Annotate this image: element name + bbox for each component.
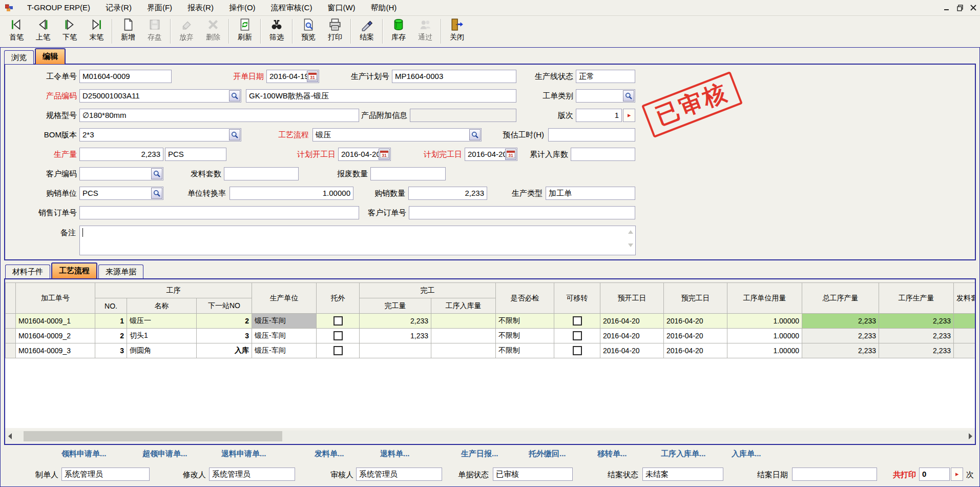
- scrollbar-thumb[interactable]: [24, 431, 282, 441]
- spec-field[interactable]: ∅180*80mm: [79, 109, 359, 122]
- cell-outsourced[interactable]: [317, 329, 360, 343]
- revision-arrow-icon[interactable]: [623, 109, 635, 122]
- cell-issue-sets[interactable]: [954, 329, 975, 343]
- total-in-field[interactable]: [571, 148, 635, 161]
- product-code-field[interactable]: D250001003A11: [79, 89, 241, 103]
- tab-edit[interactable]: 编辑: [35, 48, 66, 64]
- cell-plan-finish[interactable]: 2016-04-20: [664, 343, 727, 358]
- qty-field[interactable]: 2,233: [79, 148, 163, 161]
- link-issue-doc[interactable]: 发料单...: [315, 449, 344, 459]
- sales-unit-field[interactable]: PCS: [79, 187, 163, 200]
- cell-process-output[interactable]: 2,233: [879, 329, 954, 343]
- order-type-field[interactable]: [576, 89, 635, 103]
- customer-code-field[interactable]: [79, 167, 163, 180]
- tab-process-flow[interactable]: 工艺流程: [51, 262, 97, 278]
- cell-outsourced[interactable]: [317, 314, 360, 329]
- cell-must-inspect[interactable]: 不限制: [496, 329, 554, 343]
- last-record-button[interactable]: 末笔: [83, 17, 110, 46]
- menu-item-window[interactable]: 窗口(W): [320, 0, 363, 15]
- cell-issue-sets[interactable]: [954, 343, 975, 358]
- product-extra-field[interactable]: [410, 109, 516, 122]
- cell-unit-usage[interactable]: 1.00000: [727, 343, 802, 358]
- cell-total-output[interactable]: 2,233: [802, 314, 879, 329]
- inventory-button[interactable]: 库存: [385, 17, 412, 46]
- cell-prod-unit[interactable]: 锻压-车间: [252, 343, 317, 358]
- cell-no[interactable]: 1: [95, 314, 127, 329]
- issue-sets-field[interactable]: [224, 167, 299, 180]
- cell-prod-unit[interactable]: 锻压-车间: [252, 314, 317, 329]
- conv-rate-field[interactable]: 1.00000: [230, 187, 353, 200]
- lookup-icon[interactable]: [229, 129, 240, 140]
- menu-item-report[interactable]: 报表(R): [180, 0, 221, 15]
- prod-type-field[interactable]: 加工单: [546, 187, 635, 200]
- cell-plan-start[interactable]: 2016-04-20: [600, 329, 664, 343]
- checkbox-icon[interactable]: [333, 346, 343, 355]
- cell-next-no[interactable]: 3: [197, 329, 252, 343]
- close-icon[interactable]: [967, 3, 979, 13]
- cell-in-store-qty[interactable]: [431, 329, 496, 343]
- cell-process-output[interactable]: 2,233: [879, 343, 954, 358]
- cell-must-inspect[interactable]: 不限制: [496, 343, 554, 358]
- lookup-icon[interactable]: [623, 90, 634, 102]
- sales-order-field[interactable]: [79, 206, 359, 219]
- cell-work-order[interactable]: M01604-0009_2: [16, 329, 95, 343]
- menu-item-app[interactable]: T-GROUP ERP(E): [19, 0, 98, 15]
- lookup-icon[interactable]: [151, 188, 162, 199]
- cell-name[interactable]: 倒圆角: [127, 343, 197, 358]
- cell-plan-finish[interactable]: 2016-04-20: [664, 329, 727, 343]
- qty-unit-field[interactable]: PCS: [165, 148, 226, 161]
- remark-textarea[interactable]: [79, 226, 636, 255]
- scroll-right-icon[interactable]: [966, 431, 975, 442]
- sales-qty-field[interactable]: 2,233: [408, 187, 487, 200]
- cell-plan-start[interactable]: 2016-04-20: [600, 343, 664, 358]
- tab-source-docs[interactable]: 来源单据: [98, 265, 143, 278]
- refresh-button[interactable]: 刷新: [232, 17, 258, 46]
- tab-materials[interactable]: 材料子件: [5, 265, 50, 278]
- tab-browse[interactable]: 浏览: [4, 50, 34, 64]
- process-flow-field[interactable]: 锻压: [312, 128, 482, 141]
- est-hours-field[interactable]: [548, 128, 635, 141]
- cell-outsourced[interactable]: [317, 343, 360, 358]
- cell-no[interactable]: 3: [95, 343, 127, 358]
- checkbox-icon[interactable]: [333, 316, 343, 326]
- scroll-left-icon[interactable]: [5, 431, 14, 442]
- link-transfer-doc[interactable]: 移转单...: [597, 449, 627, 459]
- cell-total-output[interactable]: 2,233: [802, 329, 879, 343]
- lookup-icon[interactable]: [151, 168, 162, 179]
- prev-record-button[interactable]: 上笔: [30, 17, 56, 46]
- cell-total-output[interactable]: 2,233: [802, 343, 879, 358]
- customer-order-field[interactable]: [409, 206, 635, 219]
- line-status-field[interactable]: 正常: [576, 70, 635, 83]
- cell-in-store-qty[interactable]: [431, 343, 496, 358]
- link-in-store-doc[interactable]: 入库单...: [732, 449, 761, 459]
- cell-plan-start[interactable]: 2016-04-20: [600, 314, 664, 329]
- bom-version-field[interactable]: 2*3: [79, 128, 241, 141]
- link-outsource-return[interactable]: 托外缴回...: [529, 449, 566, 459]
- cell-next-no[interactable]: 入库: [197, 343, 252, 358]
- cell-finish-qty[interactable]: [360, 343, 431, 358]
- close-case-button[interactable]: 结案: [353, 17, 380, 46]
- plan-no-field[interactable]: MP1604-0003: [392, 70, 516, 83]
- product-name-field[interactable]: GK-100WB散热器-锻压: [246, 89, 516, 103]
- cell-name[interactable]: 切头1: [127, 329, 197, 343]
- minimize-icon[interactable]: [941, 3, 953, 13]
- calendar-icon[interactable]: 31: [307, 71, 318, 82]
- menu-item-workflow-audit[interactable]: 流程审核(C): [263, 0, 320, 15]
- cell-transferable[interactable]: [554, 314, 600, 329]
- cell-process-output[interactable]: 2,233: [879, 314, 954, 329]
- scroll-up-icon[interactable]: [628, 230, 633, 234]
- link-material-return-request[interactable]: 退料申请单...: [221, 449, 266, 459]
- link-return-doc[interactable]: 退料单...: [380, 449, 410, 459]
- cell-work-order[interactable]: M01604-0009_3: [16, 343, 95, 358]
- cell-name[interactable]: 锻压一: [127, 314, 197, 329]
- scrap-qty-field[interactable]: [370, 167, 446, 180]
- checkbox-icon[interactable]: [573, 331, 582, 340]
- cell-finish-qty[interactable]: 2,233: [360, 314, 431, 329]
- open-date-field[interactable]: 2016-04-19 31: [266, 70, 319, 83]
- new-button[interactable]: 新增: [115, 17, 141, 46]
- plan-finish-field[interactable]: 2016-04-20 31: [465, 148, 517, 161]
- cell-finish-qty[interactable]: 1,233: [360, 329, 431, 343]
- calendar-icon[interactable]: 31: [505, 149, 516, 160]
- next-record-button[interactable]: 下笔: [56, 17, 83, 46]
- calendar-icon[interactable]: 31: [379, 149, 390, 160]
